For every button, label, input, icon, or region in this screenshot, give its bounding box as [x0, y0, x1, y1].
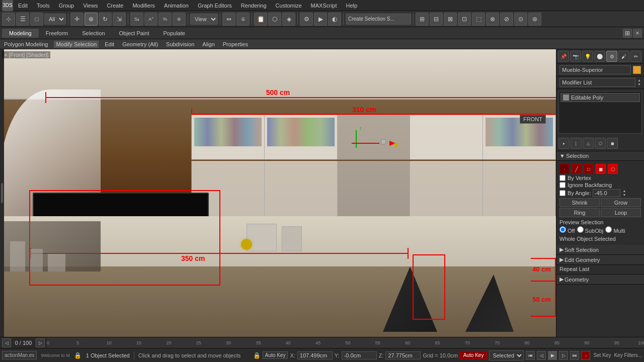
extra-tool-8[interactable]: ⊙	[514, 13, 527, 26]
auto-key-button[interactable]: Auto Key	[460, 351, 488, 359]
layer-manager[interactable]: 📋	[254, 13, 267, 26]
by-vertex-checkbox[interactable]	[559, 175, 566, 181]
snap-toggle[interactable]: S₃	[130, 13, 143, 26]
shrink-button[interactable]: Shrink	[559, 198, 600, 207]
extra-tool-3[interactable]: ⊠	[444, 13, 457, 26]
create-selection-btn[interactable]: Create Selection S...	[346, 14, 411, 25]
radio-off[interactable]	[559, 226, 566, 233]
ignore-backfacing-checkbox[interactable]	[559, 182, 566, 188]
pin-icon[interactable]: 📌	[558, 51, 569, 62]
menu-group[interactable]: Group	[55, 2, 78, 10]
spinner-snap[interactable]: ⊛	[173, 13, 186, 26]
vertex-icon-btn[interactable]: ·	[559, 164, 570, 174]
particle-icon[interactable]: ⚪	[594, 51, 605, 62]
tab-icon-1[interactable]: ⊞	[623, 29, 632, 38]
select-move[interactable]: ⊕	[85, 13, 98, 26]
extra-tool-6[interactable]: ⊗	[486, 13, 499, 26]
tab-freeform[interactable]: Freeform	[39, 29, 75, 38]
subobj-btn-2[interactable]: │	[571, 138, 582, 149]
tab-icon-2[interactable]: ×	[633, 29, 642, 38]
extra-tool-2[interactable]: ⊟	[430, 13, 443, 26]
menu-rendering[interactable]: Rendering	[237, 2, 271, 10]
viewport[interactable]: + [Front] [Shaded] 500 cm 310 cm	[0, 49, 556, 337]
selection-header[interactable]: ▼ Selection	[556, 151, 644, 161]
brush-icon[interactable]: 🖌	[618, 51, 629, 62]
angle-value-input[interactable]	[593, 189, 620, 197]
key-filters-btn[interactable]: Key Filters...	[614, 352, 642, 358]
sub-properties[interactable]: Properties	[221, 41, 250, 48]
timeline-track[interactable]: 0 5 10 15 20 25 30 35 40 45 50 55 60 65 …	[47, 337, 644, 348]
extra-tool-1[interactable]: ⊞	[416, 13, 429, 26]
angle-snap[interactable]: A°	[144, 13, 157, 26]
tab-modeling[interactable]: Modeling	[2, 29, 39, 38]
extra-tool-9[interactable]: ⊚	[528, 13, 541, 26]
extra-tool-5[interactable]: ⬚	[472, 13, 485, 26]
color-swatch[interactable]	[633, 66, 641, 74]
render[interactable]: ▶	[314, 13, 327, 26]
next-frame-btn[interactable]: ▷	[559, 351, 568, 360]
element-icon-btn[interactable]: ⬡	[608, 164, 618, 174]
pen-icon[interactable]: ✏	[630, 51, 641, 62]
material-editor[interactable]: ◈	[282, 13, 295, 26]
settings-icon[interactable]: ⚙	[606, 51, 617, 62]
ring-button[interactable]: Ring	[559, 208, 600, 217]
by-angle-checkbox[interactable]	[559, 190, 566, 196]
modifier-list-spinner[interactable]: ▲ ▼	[637, 78, 641, 86]
menu-views[interactable]: Views	[79, 2, 102, 10]
goto-end-btn[interactable]: ⏭	[570, 351, 579, 360]
edge-icon-btn[interactable]: ╱	[572, 164, 582, 174]
edit-geometry-header[interactable]: ▶ Edit Geometry	[556, 255, 644, 265]
filter-dropdown[interactable]: All	[44, 14, 66, 25]
subobj-btn-5[interactable]: ◼	[607, 138, 618, 149]
sub-modify-selection[interactable]: Modify Selection	[54, 41, 99, 48]
set-key-btn[interactable]: ⬦	[581, 351, 590, 360]
mirror-tool[interactable]: ⇔	[222, 13, 235, 26]
play-btn[interactable]: ▶	[548, 351, 557, 360]
select-region[interactable]: □	[30, 13, 43, 26]
z-coord[interactable]: 27.775cm	[385, 351, 421, 359]
light-icon[interactable]: 💡	[582, 51, 593, 62]
angle-spinner[interactable]: ▲ ▼	[622, 189, 626, 197]
radio-subobj[interactable]	[577, 226, 584, 233]
active-shade[interactable]: ◐	[328, 13, 341, 26]
tab-populate[interactable]: Populate	[156, 29, 192, 38]
tab-selection[interactable]: Selection	[75, 29, 112, 38]
modifier-toggle[interactable]	[563, 95, 569, 101]
tab-object-paint[interactable]: Object Paint	[112, 29, 156, 38]
sub-subdivision[interactable]: Subdivision	[164, 41, 196, 48]
subobj-btn-1[interactable]: ▸	[558, 138, 570, 149]
menu-help[interactable]: Help	[342, 2, 362, 10]
prev-frame-btn[interactable]: ◁	[537, 351, 546, 360]
modifier-list-dropdown[interactable]: Modifier List	[559, 78, 635, 87]
align-tool[interactable]: ≡	[236, 13, 250, 26]
extra-tool-4[interactable]: ⊡	[458, 13, 471, 26]
radio-multi[interactable]	[605, 226, 612, 233]
sub-align[interactable]: Align	[200, 41, 216, 48]
tl-btn-1[interactable]: ◁	[2, 338, 11, 347]
left-scroll[interactable]	[0, 49, 4, 337]
select-by-name[interactable]: ☰	[16, 13, 29, 26]
grow-button[interactable]: Grow	[601, 198, 641, 207]
sub-geometry-all[interactable]: Geometry (All)	[120, 41, 160, 48]
rotate-tool[interactable]: ↻	[99, 13, 112, 26]
y-coord[interactable]: -0.0cm	[342, 351, 377, 359]
x-coord[interactable]: 107.499cm	[297, 351, 333, 359]
tl-btn-2[interactable]: ▷	[36, 338, 45, 347]
view-dropdown[interactable]: View	[190, 14, 218, 25]
menu-modifiers[interactable]: Modifiers	[128, 2, 159, 10]
menu-maxscript[interactable]: MAXScript	[307, 2, 341, 10]
render-setup[interactable]: ⚙	[300, 13, 313, 26]
menu-tools[interactable]: Tools	[33, 2, 54, 10]
loop-button[interactable]: Loop	[601, 208, 641, 217]
subobj-btn-4[interactable]: ⬡	[595, 138, 606, 149]
select-tool[interactable]: ⊹	[2, 13, 15, 26]
selected-dropdown[interactable]: Selected	[489, 350, 524, 360]
sub-polygon-modeling[interactable]: Polygon Modeling	[2, 41, 50, 48]
menu-edit[interactable]: Edit	[14, 2, 32, 10]
add-time-tag-btn[interactable]: Auto Key	[263, 351, 288, 359]
modifier-entry[interactable]: Editable Poly	[560, 93, 640, 102]
menu-create[interactable]: Create	[103, 2, 127, 10]
move-tool[interactable]: ✛	[70, 13, 84, 26]
menu-graph-editors[interactable]: Graph Editors	[194, 2, 236, 10]
percent-snap[interactable]: %	[158, 13, 172, 26]
